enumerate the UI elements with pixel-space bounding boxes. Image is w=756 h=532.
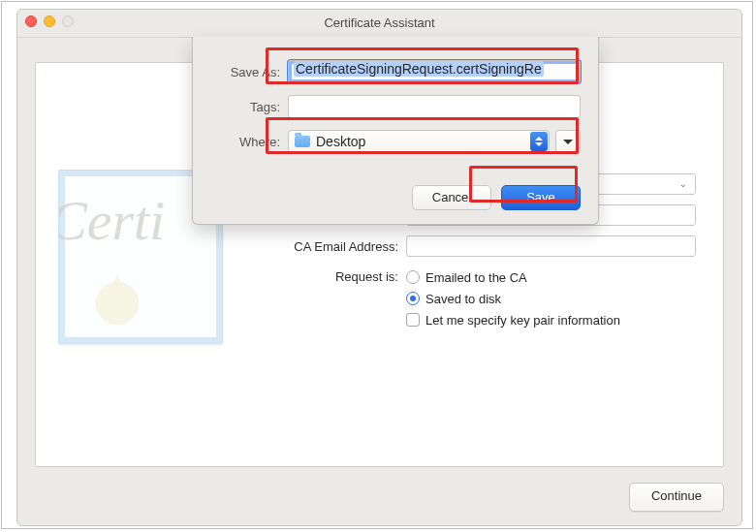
request-is-row: Request is: Emailed to the CA Saved to d… — [263, 266, 696, 330]
window-title: Certificate Assistant — [324, 16, 434, 30]
ca-email-input[interactable] — [406, 235, 696, 257]
certificate-script-text: Certi — [58, 188, 165, 253]
stepper-icon — [530, 132, 548, 151]
traffic-lights[interactable] — [25, 16, 74, 27]
where-popup[interactable]: Desktop — [288, 130, 550, 153]
cancel-button[interactable]: Cancel — [412, 185, 491, 210]
checkbox-icon — [406, 313, 420, 327]
check-keypair-label: Let me specify key pair information — [425, 313, 620, 328]
tags-row: Tags: — [193, 95, 581, 118]
svg-point-0 — [96, 282, 138, 324]
save-label: Save — [526, 190, 555, 204]
certificate-request-form: ⌄ CA Email Address: Request is: — [263, 208, 696, 340]
zoom-icon[interactable] — [62, 16, 74, 27]
where-label: Where: — [193, 135, 288, 149]
ca-email-label: CA Email Address: — [263, 239, 406, 254]
saveas-row: Save As: CertificateSigningRequest.certS… — [193, 60, 581, 83]
radio-emailed-label: Emailed to the CA — [425, 270, 527, 285]
chevron-down-icon: ⌄ — [676, 176, 691, 192]
minimize-icon[interactable] — [44, 16, 55, 27]
tags-label: Tags: — [193, 100, 288, 114]
close-icon[interactable] — [25, 16, 37, 27]
request-is-label: Request is: — [263, 266, 406, 284]
check-keypair[interactable]: Let me specify key pair information — [406, 309, 620, 330]
saveas-input[interactable]: CertificateSigningRequest.certSigningRe — [288, 60, 581, 83]
folder-icon — [295, 136, 310, 147]
screenshot-frame: Certificate Assistant uesting. Click Cer… — [1, 1, 753, 529]
saveas-label: Save As: — [193, 65, 288, 79]
where-value: Desktop — [316, 134, 365, 149]
saveas-value: CertificateSigningRequest.certSigningRe — [294, 61, 544, 77]
seal-icon — [82, 268, 152, 338]
sheet-buttons: Cancel Save — [412, 185, 581, 210]
save-button[interactable]: Save — [501, 185, 581, 210]
titlebar: Certificate Assistant — [17, 10, 741, 38]
assistant-window: Certificate Assistant uesting. Click Cer… — [16, 9, 742, 526]
save-sheet: Save As: CertificateSigningRequest.certS… — [192, 37, 599, 225]
continue-button[interactable]: Continue — [629, 483, 724, 512]
tags-input[interactable] — [288, 95, 581, 118]
radio-emailed[interactable]: Emailed to the CA — [406, 266, 620, 288]
request-is-options: Emailed to the CA Saved to disk Let me s… — [406, 266, 620, 330]
where-row: Where: Desktop — [193, 130, 581, 153]
radio-saved-label: Saved to disk — [425, 292, 501, 306]
ca-email-row: CA Email Address: — [263, 235, 696, 257]
expand-arrow-button[interactable] — [555, 130, 581, 153]
radio-saved[interactable]: Saved to disk — [406, 288, 620, 309]
chevron-down-icon — [563, 140, 573, 144]
cancel-label: Cancel — [432, 190, 471, 204]
radio-icon — [406, 270, 420, 284]
continue-label: Continue — [651, 488, 702, 503]
radio-icon — [406, 292, 420, 305]
